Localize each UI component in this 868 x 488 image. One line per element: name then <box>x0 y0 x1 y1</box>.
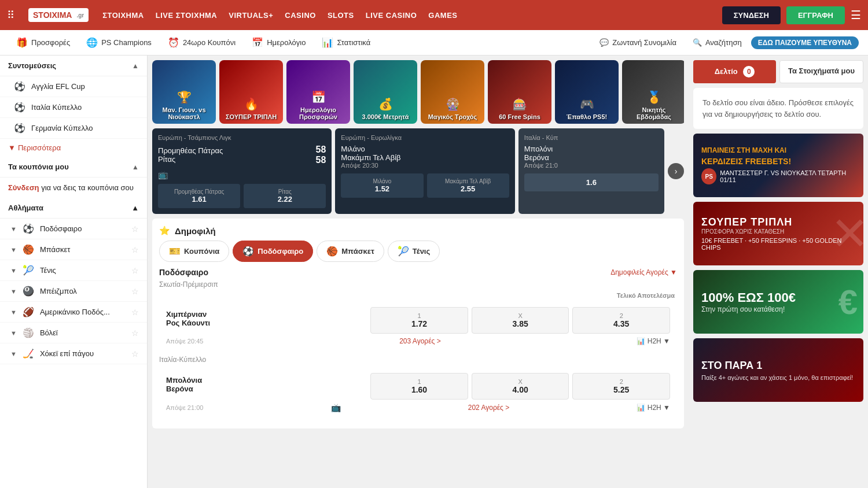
star-icon[interactable]: ☆ <box>131 224 139 234</box>
colx-val-0: 3.85 <box>512 319 528 328</box>
sport-item-baseball[interactable]: ▼ 🎱 Μπέιζμπολ ☆ <box>0 281 147 302</box>
promo-banner-2[interactable]: € 100% ΕΩΣ 100€ Στην πρώτη σου κατάθεση! <box>693 270 863 334</box>
h2h-link-0[interactable]: 📊 H2H ▼ <box>637 337 670 345</box>
odd-1-match-0[interactable]: 1 1.72 <box>370 307 468 334</box>
show-more-shortcuts[interactable]: ▼ Περισσότερα <box>0 139 147 157</box>
promo-banner-1[interactable]: ✕ ΣΟΥΠΕΡ ΤΡΙΠΛΗ ΠΡΟΣΦΟΡΑ ΧΩΡΙΣ ΚΑΤΑΘΕΣΗ … <box>693 202 863 265</box>
responsible-gambling-badge[interactable]: ΕΔΩ ΠΑΙΖΟΥΜΕ ΥΠΕΥΘΥΝΑ <box>751 36 859 49</box>
match-team2-0: Ρος Κάουντι <box>166 319 366 327</box>
sport-item-hockey[interactable]: ▼ 🏒 Χόκεϊ επί πάγου ☆ <box>0 343 147 364</box>
col2-label-0: 2 <box>575 312 667 319</box>
betslip-tab-active[interactable]: Δελτίο 0 <box>693 60 776 83</box>
search-nav-item[interactable]: 🔍 Αναζήτηση <box>686 35 749 50</box>
match-league-1: Ιταλία-Κύπελλο <box>159 356 677 364</box>
offers-nav-item[interactable]: 🎁 Προσφορές <box>9 34 77 51</box>
main-content: 🏆 Μαν. Γιουν. vs Νιούκαστλ 🔥 ΣΟΥΠΕΡ ΤΡΙΠ… <box>148 56 689 488</box>
american-football-icon: 🏈 <box>23 306 34 317</box>
odd-btn-team1-1[interactable]: Μιλάνο 1.52 <box>341 173 423 198</box>
sports-header[interactable]: Αθλήματα ▲ <box>0 198 147 219</box>
odd-btn-team1-0[interactable]: Προμηθέας Πάτρας 1.61 <box>158 184 240 208</box>
coupons-header[interactable]: Τα κουπόνια μου ▲ <box>0 157 147 178</box>
brand-logo[interactable]: STOIXIMA .gr <box>28 8 89 22</box>
basketball-tab-label: Μπάσκετ <box>341 247 374 256</box>
sport-item-basketball[interactable]: ▼ 🏀 Μπάσκετ ☆ <box>0 239 147 260</box>
odd-btn-team1-2[interactable]: 1.6 <box>524 173 659 191</box>
shortcut-item-england[interactable]: ⚽ Αγγλία EFL Cup <box>0 76 147 97</box>
col1-label-1: 1 <box>373 378 465 385</box>
volleyball-icon: 🏐 <box>23 327 34 338</box>
nav-slots[interactable]: SLOTS <box>328 11 354 20</box>
promo-banner-3[interactable]: ΣΤΟ ΠΑΡΑ 1 Παίξε 4+ αγώνες και αν χάσεις… <box>693 338 863 402</box>
sport-item-tennis[interactable]: ▼ 🎾 Τένις ☆ <box>0 260 147 281</box>
sport-item-volleyball[interactable]: ▼ 🏐 Βόλεϊ ☆ <box>0 323 147 343</box>
odd-2-match-1[interactable]: 2 5.25 <box>572 373 670 400</box>
shortcuts-header[interactable]: Συντομεύσεις ▲ <box>0 56 147 76</box>
star-icon[interactable]: ☆ <box>131 349 139 358</box>
h2h-link-1[interactable]: 📊 H2H ▼ <box>637 404 670 412</box>
tab-basketball[interactable]: 🏀 Μπάσκετ <box>317 241 384 262</box>
coupons-section: Σύνδεση για να δεις τα κουπόνια σου <box>0 178 147 198</box>
my-bets-tab[interactable]: Τα Στοιχήματά μου <box>779 60 863 83</box>
coupons-login-link[interactable]: Σύνδεση <box>8 183 39 192</box>
odd-2-match-0[interactable]: 2 4.35 <box>572 307 670 334</box>
betslip-empty-state: Το δελτίο σου είναι άδειο. Πρόσθεσε επιλ… <box>693 88 863 129</box>
chat-icon: 💬 <box>599 38 609 47</box>
markets-count-1[interactable]: 202 Αγορές > <box>468 404 509 412</box>
tab-tennis[interactable]: 🎾 Τένις <box>388 241 440 262</box>
tab-football[interactable]: ⚽ Ποδόσφαιρο <box>233 241 313 262</box>
odd-1-match-1[interactable]: 1 1.60 <box>370 373 468 400</box>
sport-item-football[interactable]: ▼ ⚽ Ποδόσφαιρο ☆ <box>0 219 147 239</box>
sport-item-american-football[interactable]: ▼ 🏈 Αμερικάνικο Ποδός... ☆ <box>0 302 147 323</box>
nav-virtuals[interactable]: VIRTUALS+ <box>229 11 273 20</box>
live-matches-next-button[interactable]: › <box>668 163 684 179</box>
star-icon[interactable]: ☆ <box>131 266 139 275</box>
calendar-nav-item[interactable]: 📅 Ημερολόγιο <box>245 34 312 51</box>
banner-sub-1: ΠΡΟΣΦΟΡΑ ΧΩΡΙΣ ΚΑΤΑΘΕΣΗ <box>701 228 784 235</box>
tab-coupons[interactable]: 🎫 Κουπόνια <box>159 241 229 262</box>
my-bets-tab-label: Τα Στοιχήματά μου <box>788 66 855 75</box>
live-match-card-2[interactable]: Ιταλία - Κύπ Μπολόνι Βερόνα Απόψε 21:0 1… <box>518 128 664 214</box>
odd-btn-team2-1[interactable]: Μακάμπι Τελ Αβίβ 2.55 <box>427 173 509 198</box>
promo-card-0[interactable]: 🏆 Μαν. Γιουν. vs Νιούκαστλ <box>152 60 216 124</box>
live-match-card-0[interactable]: Ευρώπη - Τσάμπιονς Λιγκ Προμηθέας Πάτρας… <box>152 128 332 214</box>
promo-card-1[interactable]: 🔥 ΣΟΥΠΕΡ ΤΡΙΠΛΗ <box>219 60 283 124</box>
clock-icon: ⏰ <box>168 37 179 48</box>
login-button[interactable]: ΣΥΝΔΕΣΗ <box>722 6 781 24</box>
shortcut-item-germany[interactable]: ⚽ Γερμανία Κύπελλο <box>0 118 147 139</box>
star-icon[interactable]: ☆ <box>131 245 139 254</box>
promo-card-6[interactable]: 🎮 Έπαθλο PS5! <box>555 60 619 124</box>
ps-champions-nav-item[interactable]: 🌐 PS Champions <box>79 34 159 51</box>
live-match-card-1[interactable]: Ευρώπη - Ευρωλίγκα Μιλάνο Μακάμπι Τελ Αβ… <box>335 128 514 214</box>
odd-x-match-1[interactable]: X 4.00 <box>472 373 569 400</box>
nav-games[interactable]: GAMES <box>428 11 457 20</box>
promo-card-2[interactable]: 📅 Ημερολόγιο Προσφορών <box>286 60 350 124</box>
grid-menu-icon[interactable]: ⠿ <box>7 9 14 21</box>
hamburger-menu-icon[interactable]: ☰ <box>851 8 861 22</box>
markets-count-val-0: 203 Αγορές <box>399 337 435 345</box>
nav-live-casino[interactable]: LIVE CASINO <box>366 11 417 20</box>
sport-basketball-label: Μπάσκετ <box>40 245 71 254</box>
nav-stoixima[interactable]: ΣΤΟΙΧΗΜΑ <box>102 11 144 20</box>
stats-nav-item[interactable]: 📊 Στατιστικά <box>315 34 377 51</box>
promo-banner-0[interactable]: ΜΠΑΙΝΕΙΣ ΣΤΗ ΜΑΧΗ ΚΑΙ ΚΕΡΔΙΖΕΙΣ FREEBETS… <box>693 134 863 197</box>
nav-live-stoixima[interactable]: LIVE ΣΤΟΙΧΗΜΑ <box>156 11 218 20</box>
promo-card-4[interactable]: 🎡 Μαγικός Τροχός <box>421 60 484 124</box>
coupon-24h-nav-item[interactable]: ⏰ 24ωρο Κουπόνι <box>161 34 242 51</box>
odd-btn-team2-0[interactable]: Ρίτας 2.22 <box>244 184 326 208</box>
promo-card-3[interactable]: 💰 3.000€ Μετρητά <box>354 60 417 124</box>
star-icon[interactable]: ☆ <box>131 287 139 296</box>
chevron-icon: ▼ <box>10 267 17 274</box>
odd-val-team2-0: 2.22 <box>278 195 292 204</box>
promo-card-7[interactable]: 🏅 Νικητής Εβδομάδας <box>622 60 684 124</box>
popular-header: ⭐ Δημοφιλή <box>159 225 677 236</box>
markets-count-0[interactable]: 203 Αγορές > <box>399 337 440 345</box>
odd-x-match-0[interactable]: X 3.85 <box>472 307 569 334</box>
popular-markets-link[interactable]: Δημοφιλείς Αγορές ▼ <box>610 268 677 276</box>
promo-card-5[interactable]: 🎰 60 Free Spins <box>488 60 551 124</box>
star-icon[interactable]: ☆ <box>131 308 139 317</box>
nav-casino[interactable]: CASINO <box>285 11 316 20</box>
shortcut-item-italy[interactable]: ⚽ Ιταλία Κύπελλο <box>0 97 147 118</box>
live-chat-nav-item[interactable]: 💬 Ζωντανή Συνομιλία <box>593 35 683 50</box>
star-icon[interactable]: ☆ <box>131 328 139 338</box>
register-button[interactable]: ΕΓΓΡΑΦΗ <box>786 6 845 24</box>
